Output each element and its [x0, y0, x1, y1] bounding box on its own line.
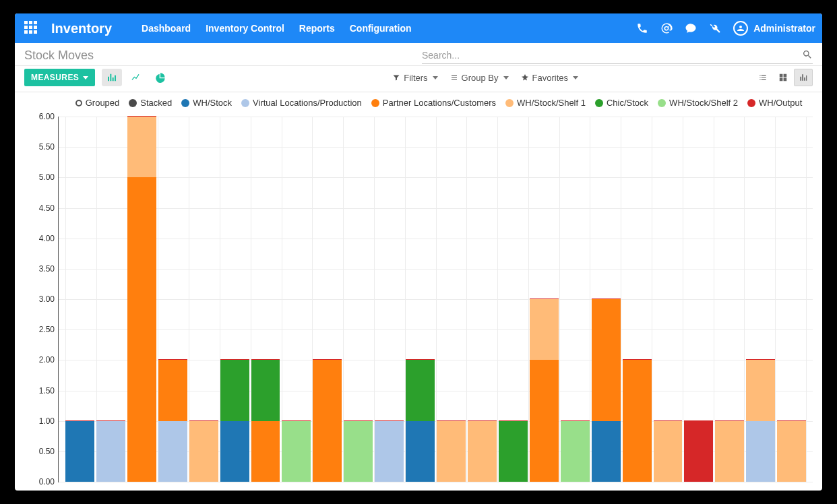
- y-axis-label: 3.50: [39, 264, 55, 274]
- gridline-vertical: [806, 117, 807, 482]
- chart-bar[interactable]: [592, 117, 621, 482]
- chart-bar[interactable]: [127, 117, 156, 482]
- chart-bar[interactable]: [468, 117, 497, 482]
- favorites-dropdown[interactable]: Favorites: [521, 73, 578, 83]
- apps-grid-icon[interactable]: [24, 21, 39, 36]
- chart-bar[interactable]: [375, 117, 404, 482]
- main-menu: Dashboard Inventory Control Reports Conf…: [142, 23, 411, 34]
- legend-series-item[interactable]: WH/Stock: [181, 98, 232, 108]
- filters-dropdown[interactable]: Filters: [392, 73, 437, 83]
- bar-top-marker: [127, 116, 156, 117]
- chart-bar-segment: [468, 421, 497, 482]
- search-input[interactable]: [422, 47, 813, 64]
- legend-label: Partner Locations/Customers: [383, 98, 496, 108]
- caret-down-icon: [433, 76, 438, 80]
- chart-bar[interactable]: [437, 117, 466, 482]
- legend-series-item[interactable]: WH/Stock/Shelf 2: [658, 98, 738, 108]
- bar-top-marker: [468, 420, 497, 421]
- caret-down-icon: [573, 76, 578, 80]
- bar-top-marker: [251, 359, 280, 360]
- y-axis-label: 3.00: [39, 294, 55, 304]
- chart-bar-segment: [715, 421, 744, 482]
- groupby-dropdown[interactable]: Group By: [450, 73, 509, 83]
- legend-series-item[interactable]: Virtual Locations/Production: [241, 98, 362, 108]
- tools-icon[interactable]: [709, 22, 721, 34]
- chart-bar-segment: [220, 360, 249, 420]
- chart-bar[interactable]: [715, 117, 744, 482]
- chart-bar[interactable]: [499, 117, 528, 482]
- search-button[interactable]: [802, 49, 813, 62]
- legend-label: Chic/Stock: [607, 98, 648, 108]
- chart-bar[interactable]: [684, 117, 713, 482]
- chart-bar-segment: [96, 421, 125, 482]
- bar-top-marker: [96, 420, 125, 421]
- chart-bar-segment: [313, 360, 342, 482]
- menu-dashboard[interactable]: Dashboard: [142, 23, 191, 34]
- chart-bar[interactable]: [561, 117, 590, 482]
- chart-bar[interactable]: [623, 117, 652, 482]
- chart-bar[interactable]: [282, 117, 311, 482]
- view-pivot-button[interactable]: [774, 69, 793, 86]
- chart-bar[interactable]: [158, 117, 187, 482]
- chart-bar-segment: [158, 360, 187, 420]
- legend-series-item[interactable]: WH/Stock/Shelf 1: [505, 98, 586, 108]
- legend-mode-stacked[interactable]: Stacked: [129, 98, 172, 108]
- chart-bar-segment: [158, 421, 187, 482]
- menu-configuration[interactable]: Configuration: [350, 23, 412, 34]
- chart-type-bar[interactable]: [102, 69, 122, 86]
- y-axis-label: 4.00: [39, 234, 55, 243]
- chart-bar[interactable]: [189, 117, 218, 482]
- bar-top-marker: [715, 420, 744, 421]
- list-icon: [450, 73, 458, 82]
- chart-bar[interactable]: [220, 117, 249, 482]
- y-axis-label: 1.00: [39, 416, 55, 426]
- phone-icon[interactable]: [636, 22, 648, 34]
- bar-top-marker: [158, 359, 187, 360]
- chart-bar[interactable]: [344, 117, 373, 482]
- menu-inventory-control[interactable]: Inventory Control: [206, 23, 284, 34]
- legend-label: Grouped: [86, 98, 120, 108]
- chart-bar-segment: [623, 360, 652, 482]
- groupby-label: Group By: [462, 73, 499, 83]
- bar-top-marker: [654, 420, 683, 421]
- chart-bar-segment: [592, 421, 621, 482]
- bar-top-marker: [499, 420, 528, 421]
- bar-top-marker: [375, 420, 404, 421]
- menu-reports[interactable]: Reports: [299, 23, 335, 34]
- chart-bar[interactable]: [65, 117, 94, 482]
- measures-button[interactable]: MEASURES: [24, 69, 95, 86]
- legend-series-item[interactable]: WH/Output: [747, 98, 802, 108]
- bar-top-marker: [65, 420, 94, 421]
- chart-bar[interactable]: [96, 117, 125, 482]
- chat-icon[interactable]: [685, 22, 697, 34]
- color-swatch-icon: [658, 99, 666, 107]
- chart-bar[interactable]: [777, 117, 806, 482]
- chart-type-pie[interactable]: [150, 69, 170, 86]
- view-list-button[interactable]: [753, 69, 772, 86]
- chart-bar-segment: [592, 299, 621, 421]
- chart-bar-segment: [561, 421, 590, 482]
- chart-bar-segment: [746, 421, 775, 482]
- favorites-label: Favorites: [532, 73, 568, 83]
- chart-bar[interactable]: [406, 117, 435, 482]
- chart-bar[interactable]: [251, 117, 280, 482]
- color-swatch-icon: [181, 99, 189, 107]
- chart-bar[interactable]: [746, 117, 775, 482]
- at-icon[interactable]: [660, 22, 673, 34]
- legend-label: WH/Stock/Shelf 2: [669, 98, 738, 108]
- bar-top-marker: [684, 420, 713, 421]
- y-axis-label: 2.00: [39, 355, 55, 365]
- user-menu[interactable]: Administrator: [733, 21, 815, 36]
- color-swatch-icon: [595, 99, 603, 107]
- chart-bar-segment: [251, 360, 280, 420]
- circle-outline-icon: [75, 100, 82, 106]
- legend-series-item[interactable]: Partner Locations/Customers: [371, 98, 496, 108]
- chart-type-line[interactable]: [126, 69, 146, 86]
- chart-bar[interactable]: [313, 117, 342, 482]
- legend-mode-grouped[interactable]: Grouped: [75, 98, 120, 108]
- view-graph-button[interactable]: [794, 69, 813, 86]
- legend-series-item[interactable]: Chic/Stock: [595, 98, 648, 108]
- y-axis-label: 6.00: [39, 112, 55, 121]
- chart-bar[interactable]: [654, 117, 683, 482]
- chart-bar[interactable]: [530, 117, 559, 482]
